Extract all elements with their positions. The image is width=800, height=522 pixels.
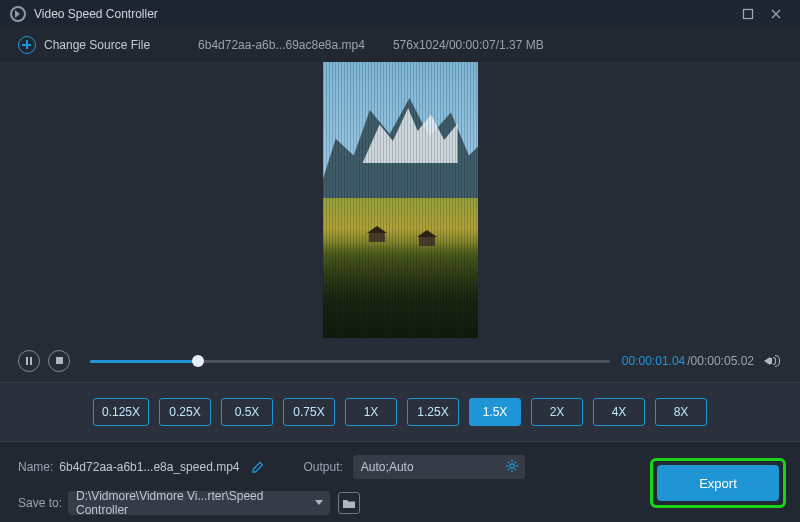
save-to-label: Save to: — [18, 496, 62, 510]
output-format-select[interactable]: Auto;Auto — [353, 455, 525, 479]
svg-rect-0 — [744, 10, 753, 19]
speed-selector: 0.125X 0.25X 0.5X 0.75X 1X 1.25X 1.5X 2X… — [0, 382, 800, 442]
pause-button[interactable] — [18, 350, 40, 372]
speed-0-25x-button[interactable]: 0.25X — [159, 398, 211, 426]
app-title: Video Speed Controller — [34, 7, 158, 21]
window-close-button[interactable] — [762, 3, 790, 25]
window-maximize-button[interactable] — [734, 3, 762, 25]
output-settings-button[interactable] — [505, 459, 519, 476]
speed-1-25x-button[interactable]: 1.25X — [407, 398, 459, 426]
time-current: 00:00:01.04 — [622, 354, 685, 368]
output-filename: 6b4d72aa-a6b1...e8a_speed.mp4 — [59, 460, 239, 474]
svg-point-1 — [510, 464, 514, 468]
stop-icon — [56, 357, 63, 364]
speed-2x-button[interactable]: 2X — [531, 398, 583, 426]
add-source-icon[interactable] — [18, 36, 36, 54]
speed-4x-button[interactable]: 4X — [593, 398, 645, 426]
source-filename: 6b4d72aa-a6b...69ac8e8a.mp4 — [198, 38, 365, 52]
preview-area — [0, 62, 800, 338]
volume-icon[interactable] — [764, 353, 782, 369]
source-info: 576x1024/00:00:07/1.37 MB — [393, 38, 544, 52]
save-path-value: D:\Vidmore\Vidmore Vi...rter\Speed Contr… — [76, 489, 308, 517]
speed-8x-button[interactable]: 8X — [655, 398, 707, 426]
footer: Name: 6b4d72aa-a6b1...e8a_speed.mp4 Outp… — [0, 442, 800, 522]
speed-0-75x-button[interactable]: 0.75X — [283, 398, 335, 426]
app-logo-icon — [10, 6, 26, 22]
rename-button[interactable] — [250, 459, 266, 475]
pause-icon — [26, 357, 32, 365]
speed-0-5x-button[interactable]: 0.5X — [221, 398, 273, 426]
output-format-value: Auto;Auto — [361, 460, 414, 474]
source-toolbar: Change Source File 6b4d72aa-a6b...69ac8e… — [0, 28, 800, 62]
output-label: Output: — [304, 460, 343, 474]
export-highlight: Export — [650, 458, 786, 508]
stop-button[interactable] — [48, 350, 70, 372]
title-bar: Video Speed Controller — [0, 0, 800, 28]
speed-1x-button[interactable]: 1X — [345, 398, 397, 426]
change-source-button[interactable]: Change Source File — [44, 38, 150, 52]
export-button[interactable]: Export — [657, 465, 779, 501]
speed-1-5x-button[interactable]: 1.5X — [469, 398, 521, 426]
open-folder-button[interactable] — [338, 492, 360, 514]
chevron-down-icon — [315, 500, 323, 505]
name-label: Name: — [18, 460, 53, 474]
transport-bar: 00:00:01.04/00:00:05.02 — [0, 338, 800, 382]
seek-slider[interactable] — [90, 351, 610, 371]
time-duration: 00:00:05.02 — [691, 354, 754, 368]
speed-0-125x-button[interactable]: 0.125X — [93, 398, 149, 426]
video-preview[interactable] — [323, 62, 478, 338]
save-path-select[interactable]: D:\Vidmore\Vidmore Vi...rter\Speed Contr… — [68, 491, 330, 515]
